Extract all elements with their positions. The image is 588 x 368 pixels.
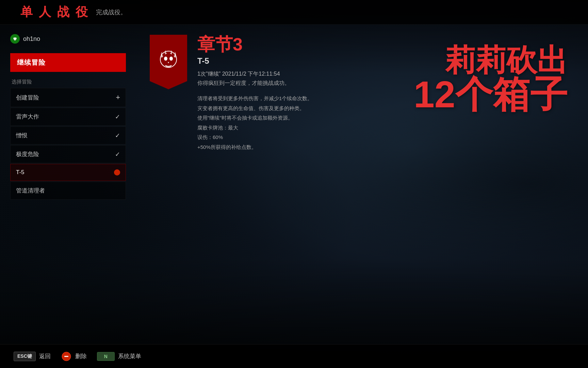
chapter-tagline: 你得疯狂到一定程度，才能挑战成功。 [197,80,574,87]
chapter-banner [150,35,187,89]
check-icon-hate: ✓ [115,132,120,139]
adventure-item-create[interactable]: 创建冒险 + [10,88,126,107]
menu-button[interactable]: N 系统菜单 [97,352,141,361]
svg-rect-9 [64,356,68,357]
adventure-item-thunder[interactable]: 雷声大作 ✓ [10,108,126,126]
skull-icon [155,48,182,76]
adventure-item-extreme[interactable]: 极度危险 ✓ [10,145,126,163]
adventure-label-extreme: 极度危险 [16,150,39,158]
detail-line: 腐败卡牌池：最大 [197,123,574,133]
svg-point-2 [164,57,167,61]
detail-line: 误伤：60% [197,133,574,142]
menu-label: 系统菜单 [118,352,141,360]
username: oh1no [23,35,40,43]
adventure-label-pipe: 管道清理者 [16,187,45,195]
delete-button[interactable]: 删除 [61,351,87,362]
adventure-label-create: 创建冒险 [16,94,39,102]
check-icon-extreme: ✓ [115,151,120,158]
svg-point-3 [169,57,173,61]
adventure-list: 创建冒险 + 雷声大作 ✓ 憎恨 ✓ 极度危险 ✓ T-5 管道清理者 [10,88,126,200]
section-label: 选择冒险 [10,79,126,85]
back-label: 返回 [39,352,51,360]
chapter-header: 章节3 T-5 1次"继续" 2021/11/2 下午12:11:54 你得疯狂… [150,35,574,152]
user-info: oh1no [10,31,126,46]
adventure-label-hate: 憎恨 [16,132,28,139]
esc-back-button[interactable]: ESC键 返回 [14,352,51,361]
page-subtitle: 完成战役。 [96,8,127,16]
plus-icon: + [116,93,120,102]
svg-point-1 [160,51,177,67]
dot-icon-t5 [114,169,120,175]
chapter-meta: 1次"继续" 2021/11/2 下午12:11:54 [197,71,574,78]
detail-line: 清理者将受到更多外伤伤害，并减少1个续命次数。 [197,94,574,104]
chapter-details: 清理者将受到更多外伤伤害，并减少1个续命次数。灾变者拥有更高的生命值、伤害及更多… [197,94,574,152]
page-title: 单 人 战 役 [20,4,89,20]
adventure-label-t5: T-5 [16,169,24,176]
esc-key-badge: ESC键 [14,352,36,361]
detail-line: +50%所获得的补给点数。 [197,142,574,152]
page-header: 单 人 战 役 完成战役。 [0,0,588,25]
adventure-item-hate[interactable]: 憎恨 ✓ [10,126,126,144]
delete-icon [61,351,72,362]
n-key-badge: N [97,352,115,361]
main-content: oh1no 继续冒险 选择冒险 创建冒险 + 雷声大作 ✓ 憎恨 ✓ 极度危险 … [0,25,588,344]
adventure-label-thunder: 雷声大作 [16,113,39,121]
sidebar: oh1no 继续冒险 选择冒险 创建冒险 + 雷声大作 ✓ 憎恨 ✓ 极度危险 … [0,25,136,344]
xbox-icon [10,34,20,44]
detail-line: 使用"继续"时将不会抽卡或追加额外资源。 [197,113,574,123]
check-icon-thunder: ✓ [115,113,120,121]
continue-button[interactable]: 继续冒险 [10,53,126,72]
right-panel: 章节3 T-5 1次"继续" 2021/11/2 下午12:11:54 你得疯狂… [136,25,588,344]
chapter-code: T-5 [197,56,574,66]
detail-line: 灾变者拥有更高的生命值、伤害及更多的种类。 [197,104,574,113]
chapter-title: 章节3 [197,35,574,54]
delete-label: 删除 [75,352,87,360]
chapter-info: 章节3 T-5 1次"继续" 2021/11/2 下午12:11:54 你得疯狂… [197,35,574,152]
adventure-item-pipe[interactable]: 管道清理者 [10,182,126,200]
adventure-item-t5[interactable]: T-5 [10,164,126,181]
toolbar: ESC键 返回 删除 N 系统菜单 [0,344,588,368]
